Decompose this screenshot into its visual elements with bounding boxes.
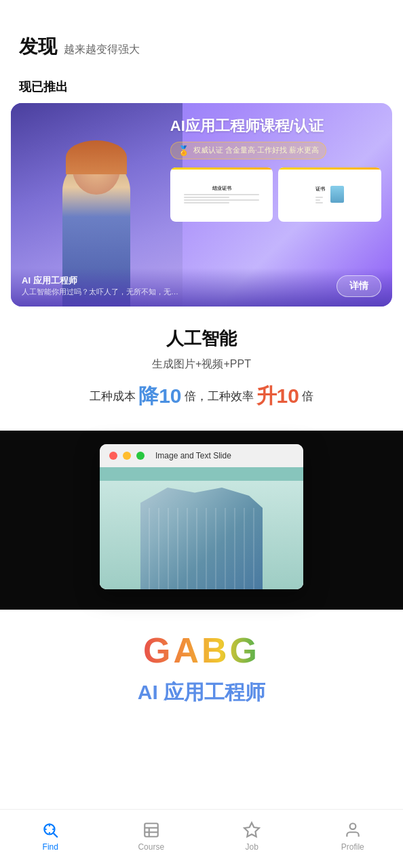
- banner-main-title: AI应用工程师课程/认证: [170, 117, 381, 136]
- stat-down-suffix: 倍，工种效率: [185, 389, 254, 404]
- nav-job[interactable]: Job: [202, 810, 303, 868]
- nav-profile-label: Profile: [341, 842, 364, 852]
- dark-section: Image and Text Slide: [0, 431, 403, 610]
- ppt-slide: [100, 467, 303, 589]
- brand-logo: GABG: [143, 630, 260, 671]
- job-icon: [242, 821, 261, 840]
- page-header: 发现 越来越变得强大: [0, 0, 403, 66]
- svg-rect-6: [145, 823, 158, 837]
- nav-job-label: Job: [246, 842, 258, 852]
- window-maximize-dot: [136, 452, 145, 460]
- svg-point-11: [349, 823, 356, 829]
- window-minimize-dot: [123, 452, 131, 460]
- cert-line: [184, 194, 260, 195]
- building-background: [100, 481, 303, 589]
- nav-course[interactable]: Course: [101, 810, 202, 868]
- cert-line: [315, 199, 320, 201]
- cert-line: [184, 202, 229, 203]
- cert-line: [315, 202, 323, 203]
- cert-line: [184, 197, 229, 198]
- brand-section: GABG AI 应用工程师: [0, 610, 403, 720]
- anime-hair: [66, 140, 127, 174]
- info-main-title: 人工智能: [19, 327, 384, 351]
- ppt-window-title: Image and Text Slide: [155, 451, 231, 460]
- banner-tag: AI 应用工程师: [22, 275, 185, 287]
- banner-bottom: AI 应用工程师 人工智能你用过吗？太吓人了，无所不知，无所… 详情: [11, 268, 392, 307]
- bottom-nav: Find Course Job Profile: [0, 809, 403, 868]
- badge-text: 权威认证 含金量高·工作好找 薪水更高: [193, 145, 319, 155]
- cert-1-title: 结业证书: [212, 185, 231, 192]
- cert-line: [184, 199, 260, 201]
- svg-line-1: [54, 833, 58, 837]
- building-shape: [134, 488, 269, 589]
- svg-marker-10: [244, 823, 259, 837]
- nav-find[interactable]: Find: [0, 810, 101, 868]
- course-icon: [142, 821, 161, 840]
- info-subtitle: 生成图片+视频+PPT: [19, 357, 384, 372]
- star-icon: 🏅: [178, 145, 189, 156]
- nav-find-label: Find: [43, 842, 58, 852]
- window-close-dot: [109, 452, 117, 460]
- profile-icon: [343, 821, 362, 840]
- stat-up-num: 升10: [256, 382, 299, 410]
- section-new-label: 现已推出: [0, 66, 403, 103]
- info-section: 人工智能 生成图片+视频+PPT 工种成本 降10 倍，工种效率 升10 倍: [0, 307, 403, 417]
- page-title: 发现: [19, 34, 57, 60]
- cert-2: 证书: [278, 167, 381, 222]
- nav-course-label: Course: [138, 842, 164, 852]
- cert-2-title: 证书: [315, 186, 325, 193]
- stat-prefix: 工种成本: [90, 389, 136, 404]
- banner-bottom-text: AI 应用工程师 人工智能你用过吗？太吓人了，无所不知，无所…: [22, 275, 185, 297]
- cert-row: 结业证书 证书: [170, 167, 381, 222]
- find-icon: [41, 821, 60, 840]
- banner-detail-button[interactable]: 详情: [337, 275, 381, 297]
- ppt-titlebar: Image and Text Slide: [100, 444, 303, 467]
- brand-subtitle: AI 应用工程师: [138, 679, 265, 707]
- banner-card[interactable]: AI应用工程师课程/认证 🏅 权威认证 含金量高·工作好找 薪水更高 结业证书: [11, 103, 392, 307]
- stat-down-num: 降10: [138, 382, 181, 410]
- cert-1: 结业证书: [170, 167, 273, 222]
- cert-photo: [330, 186, 344, 203]
- banner-badge: 🏅 权威认证 含金量高·工作好找 薪水更高: [170, 142, 326, 159]
- nav-profile[interactable]: Profile: [303, 810, 404, 868]
- stat-up-suffix: 倍: [302, 389, 313, 404]
- banner-desc: 人工智能你用过吗？太吓人了，无所不知，无所…: [22, 287, 185, 297]
- page-subtitle: 越来越变得强大: [64, 43, 140, 57]
- info-stats: 工种成本 降10 倍，工种效率 升10 倍: [19, 382, 384, 410]
- ppt-window: Image and Text Slide: [100, 444, 303, 589]
- cert-line: [315, 197, 323, 198]
